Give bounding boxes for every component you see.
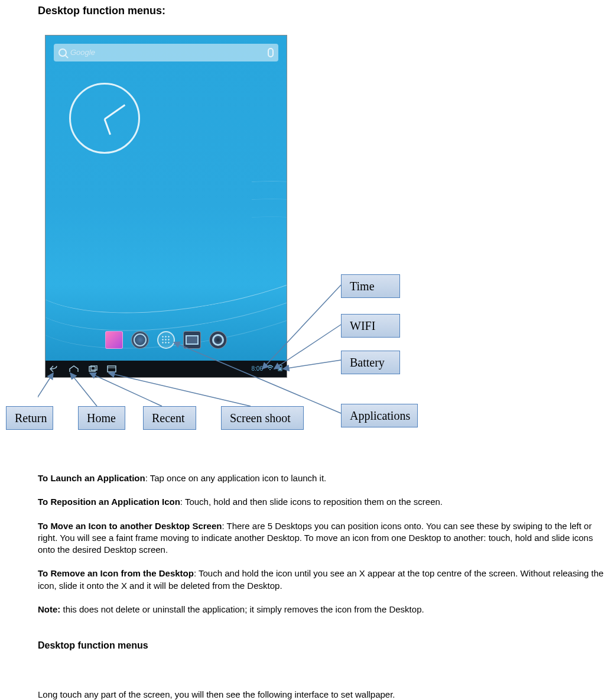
page-title: Desktop function menus: [38,4,606,18]
tablet-screenshot: Google [45,35,287,378]
wifi-icon [266,365,274,373]
callout-wifi: WIFI [341,314,400,338]
svg-rect-1 [91,365,97,370]
note-heading: Note: [38,604,60,614]
mic-icon[interactable] [268,48,274,57]
search-icon [58,48,67,57]
annotated-screenshot: Google [38,35,606,461]
apps-icon[interactable] [157,331,175,349]
note-text: this does not delete or uninstall the ap… [60,604,424,614]
svg-line-15 [109,373,251,406]
recent-icon[interactable] [87,365,99,373]
callout-battery: Battery [341,351,400,374]
instructions: To Launch an Application: Tap once on an… [38,472,606,615]
home-icon[interactable] [68,365,80,373]
launch-text: : Tap once on any application icon to la… [145,473,327,483]
svg-point-4 [269,369,271,370]
svg-line-14 [90,373,162,406]
callout-return: Return [6,406,53,430]
gallery-icon[interactable] [105,331,123,349]
svg-line-12 [38,373,53,406]
browser-icon[interactable] [131,331,149,349]
search-placeholder: Google [70,47,95,58]
return-icon[interactable] [49,365,61,373]
svg-rect-6 [280,364,281,365]
callout-time: Time [341,274,400,298]
svg-rect-7 [279,367,281,370]
svg-rect-0 [89,367,95,371]
dock [46,331,287,349]
remove-heading: To Remove an Icon from the Desktop [38,568,194,578]
launch-heading: To Launch an Application [38,473,145,483]
clock-widget[interactable] [69,83,140,154]
callout-screenshoot: Screen shoot [221,406,304,430]
time-indicator: 8:06 [252,365,263,373]
trailing-text: Long touch any part of the screen, you w… [38,688,606,700]
move-heading: To Move an Icon to another Desktop Scree… [38,521,222,531]
battery-icon [277,364,283,374]
svg-rect-2 [108,366,116,372]
callout-applications: Applications [341,404,418,427]
callout-recent: Recent [143,406,196,430]
svg-line-10 [283,360,341,369]
subheading: Desktop function menus [38,639,606,652]
camera-icon[interactable] [209,331,227,349]
screenshot-icon[interactable] [106,365,118,373]
svg-line-13 [70,373,97,406]
widget-icon[interactable] [183,331,201,349]
reposition-heading: To Reposition an Application Icon [38,497,180,507]
reposition-text: : Touch, hold and then slide icons to re… [180,497,443,507]
search-bar[interactable]: Google [54,44,278,61]
navbar: 8:06 [46,361,287,377]
callout-home: Home [78,406,125,430]
